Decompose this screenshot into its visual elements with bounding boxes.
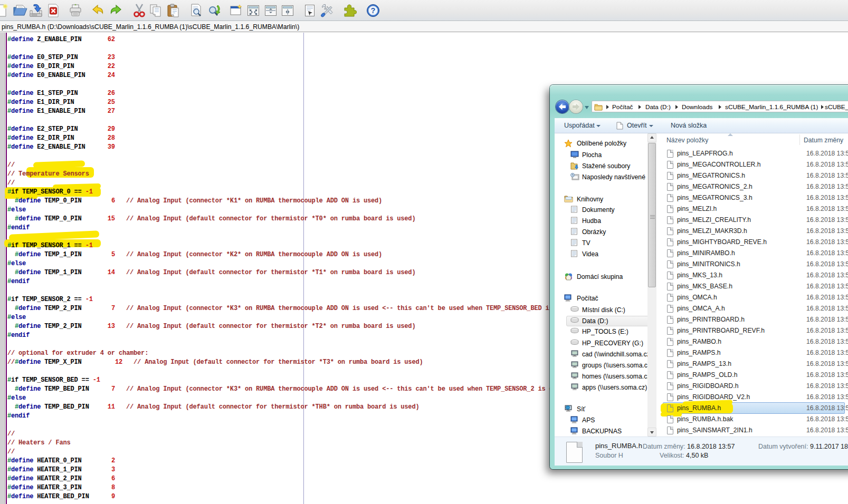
svg-text:?: ? <box>371 6 376 15</box>
